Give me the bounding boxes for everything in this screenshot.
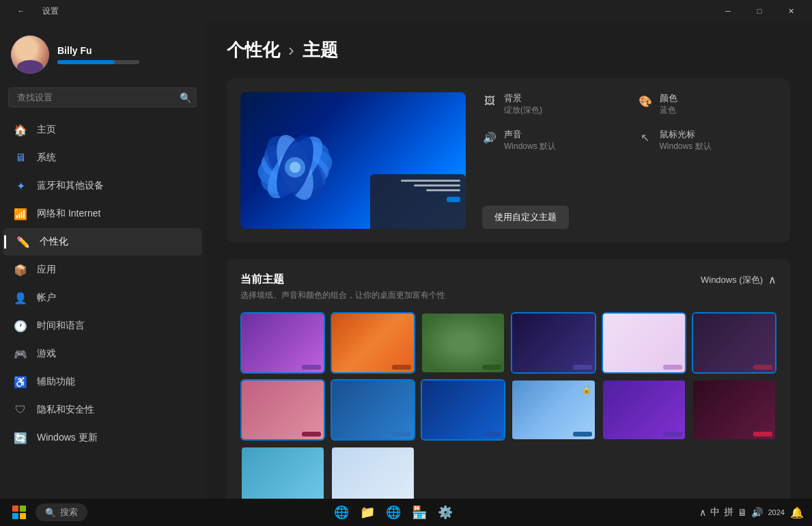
active-indicator [4, 235, 6, 249]
network-icon: 📶 [14, 207, 27, 221]
theme-thumb-6[interactable] [692, 312, 776, 374]
theme-thumb-1[interactable] [240, 312, 325, 374]
accessibility-icon: ♿ [14, 375, 27, 389]
search-input[interactable] [8, 87, 197, 107]
taskbar-notify[interactable]: 🔔 [790, 506, 804, 519]
main-content: 个性化 › 主题 [205, 22, 812, 499]
thumb-bar-6 [753, 365, 772, 370]
taskbar: 🔍 搜索 🌐 📁 🌐 🏪 ⚙️ ∧ 中 拼 🖥 🔊 2024 🔔 [0, 499, 812, 526]
nav-label-network: 网络和 Internet [37, 208, 100, 220]
thumb-bar-5 [663, 365, 682, 370]
color-icon: 🎨 [638, 94, 653, 109]
theme-thumb-13[interactable] [240, 446, 325, 499]
taskbar-app-folder[interactable]: 📁 [356, 501, 378, 523]
tray-ime2[interactable]: 拼 [724, 506, 733, 518]
thumb-bg-3 [422, 314, 504, 372]
taskbar-app-edge[interactable]: 🌐 [382, 501, 404, 523]
chevron-up-icon[interactable]: ∧ [768, 273, 776, 286]
taskbar-app-store[interactable]: 🏪 [408, 501, 430, 523]
thumb-bg-14 [332, 447, 414, 499]
minimize-button[interactable]: ─ [712, 0, 744, 22]
theme-preview-image [240, 92, 466, 229]
update-icon: 🔄 [14, 431, 27, 445]
avatar-image [11, 36, 49, 74]
bg-value: 绽放(深色) [504, 105, 542, 116]
theme-thumb-4[interactable] [511, 312, 596, 374]
sidebar-item-gaming[interactable]: 🎮 游戏 [3, 340, 202, 368]
sidebar-item-account[interactable]: 👤 帐户 [3, 284, 202, 312]
thumb-bg-10: 🔒 [512, 380, 594, 439]
theme-details: 🖼 背景 绽放(深色) 🎨 颜色 蓝色 🔊 [482, 92, 776, 229]
theme-thumb-2[interactable] [331, 312, 415, 374]
sidebar-item-update[interactable]: 🔄 Windows 更新 [3, 424, 202, 452]
theme-thumb-9[interactable] [421, 379, 505, 441]
sidebar-item-bluetooth[interactable]: ✦ 蓝牙和其他设备 [3, 172, 202, 199]
sidebar-item-system[interactable]: 🖥 系统 [3, 144, 202, 171]
use-custom-theme-button[interactable]: 使用自定义主题 [482, 206, 569, 229]
taskbar-app-globe[interactable]: 🌐 [331, 501, 352, 523]
win-sq2 [20, 506, 26, 512]
breadcrumb-separator: › [288, 40, 294, 61]
sidebar-item-time[interactable]: 🕐 时间和语言 [3, 312, 202, 340]
nav-label-personalize: 个性化 [40, 236, 68, 248]
theme-thumb-7[interactable] [240, 379, 325, 441]
theme-thumb-11[interactable] [602, 379, 686, 441]
taskbar-tray: ∧ 中 拼 🖥 🔊 [699, 506, 763, 518]
thumb-bar-7 [302, 432, 321, 437]
nav-label-accessibility: 辅助功能 [37, 376, 75, 388]
thumb-bg-1 [242, 314, 324, 372]
user-section: Billy Fu [0, 22, 205, 85]
search-icon[interactable]: 🔍 [180, 92, 191, 103]
nav-label-bluetooth: 蓝牙和其他设备 [37, 180, 104, 192]
sidebar-item-accessibility[interactable]: ♿ 辅助功能 [3, 368, 202, 396]
theme-prop-color: 🎨 颜色 蓝色 [638, 92, 777, 116]
current-theme-indicator: Windows (深色) ∧ [701, 273, 776, 286]
preview-line-2 [414, 184, 460, 186]
theme-thumb-8[interactable] [331, 379, 415, 441]
personalize-icon: ✏️ [16, 235, 30, 249]
win-sq3 [12, 513, 18, 519]
taskbar-search[interactable]: 🔍 搜索 [36, 503, 87, 521]
start-button[interactable] [8, 501, 30, 523]
tray-volume[interactable]: 🔊 [751, 507, 763, 518]
thumb-bg-4 [512, 314, 594, 372]
page-header: 个性化 › 主题 [227, 38, 790, 62]
color-value: 蓝色 [660, 105, 677, 116]
apps-icon: 📦 [14, 263, 27, 277]
theme-prop-cursor: ↖ 鼠标光标 Windows 默认 [638, 128, 777, 152]
tray-display[interactable]: 🖥 [738, 507, 747, 518]
thumb-bg-9 [422, 380, 504, 439]
user-progress-bar [57, 60, 139, 64]
tray-ime1[interactable]: 中 [710, 506, 720, 518]
theme-thumb-5[interactable] [602, 312, 686, 374]
theme-prop-sound: 🔊 声音 Windows 默认 [482, 128, 621, 152]
taskbar-app-settings[interactable]: ⚙️ [434, 501, 456, 523]
theme-thumb-14[interactable] [331, 446, 415, 499]
back-button[interactable]: ← [5, 0, 37, 22]
tray-chevron[interactable]: ∧ [699, 507, 706, 518]
close-button[interactable]: ✕ [775, 0, 807, 22]
sidebar-item-personalize[interactable]: ✏️ 个性化 [3, 228, 202, 255]
nav-label-account: 帐户 [37, 292, 56, 304]
color-info: 颜色 蓝色 [660, 92, 677, 116]
cursor-info: 鼠标光标 Windows 默认 [660, 128, 712, 152]
preview-line-1 [401, 180, 460, 182]
sidebar-item-network[interactable]: 📶 网络和 Internet [3, 200, 202, 227]
cursor-icon: ↖ [638, 130, 653, 145]
sidebar-item-apps[interactable]: 📦 应用 [3, 256, 202, 283]
sidebar-item-home[interactable]: 🏠 主页 [3, 116, 202, 143]
app-container: Billy Fu 🔍 🏠 主页 🖥 系统 ✦ 蓝牙和其他设备 [0, 22, 812, 499]
privacy-icon: 🛡 [14, 403, 27, 417]
theme-thumb-10[interactable]: 🔒 [511, 379, 596, 441]
sidebar-item-privacy[interactable]: 🛡 隐私和安全性 [3, 396, 202, 424]
user-info: Billy Fu [57, 45, 194, 64]
theme-thumb-12[interactable] [692, 379, 776, 441]
thumb-bg-11 [603, 380, 685, 439]
avatar[interactable] [11, 36, 49, 74]
taskbar-clock: 2024 [768, 508, 785, 516]
theme-thumb-3[interactable] [421, 312, 505, 374]
thumb-bg-6 [693, 314, 775, 372]
thumb-bar-10 [573, 432, 592, 437]
background-info: 背景 绽放(深色) [504, 92, 542, 116]
maximize-button[interactable]: □ [744, 0, 775, 22]
